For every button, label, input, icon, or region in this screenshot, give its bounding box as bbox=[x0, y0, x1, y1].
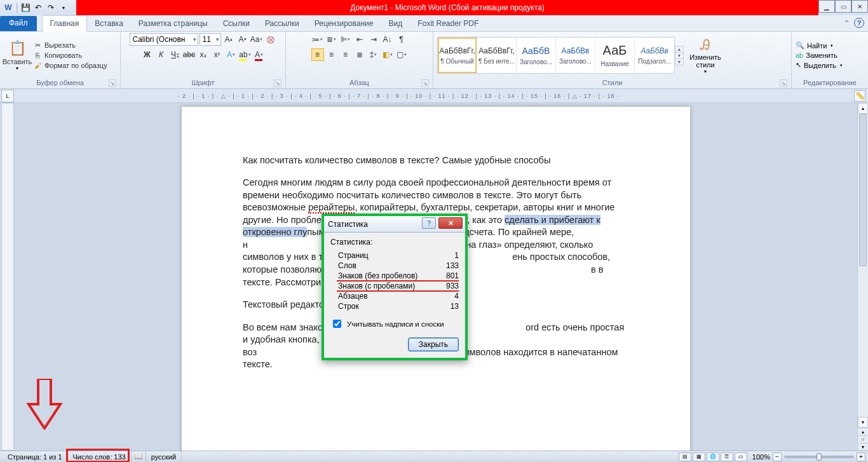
status-page[interactable]: Страница: 1 из 1 bbox=[3, 451, 68, 462]
align-center-button[interactable]: ≡ bbox=[325, 48, 338, 61]
ruler-toggle-icon[interactable]: 📏 bbox=[854, 90, 865, 102]
view-outline-button[interactable]: ☰ bbox=[721, 452, 733, 461]
show-marks-button[interactable]: ¶ bbox=[395, 33, 408, 46]
replace-button[interactable]: abЗаменить bbox=[796, 51, 843, 59]
tab-file[interactable]: Файл bbox=[0, 16, 37, 31]
style-no-spacing[interactable]: АаБбВвГг,¶ Без инте... bbox=[477, 37, 517, 73]
style-heading2[interactable]: АаБбВвЗаголово... bbox=[556, 37, 595, 73]
tab-view[interactable]: Вид bbox=[381, 16, 410, 31]
tab-page-layout[interactable]: Разметка страницы bbox=[131, 16, 215, 31]
stat-row-paragraphs: Абзацев4 bbox=[330, 291, 459, 301]
select-button[interactable]: ↖Выделить▾ bbox=[796, 61, 843, 69]
ribbon-minimize-icon[interactable]: ⌃ bbox=[841, 18, 851, 28]
tab-review[interactable]: Рецензирование bbox=[307, 16, 381, 31]
underline-button[interactable]: Ч▾ bbox=[169, 48, 182, 61]
align-right-button[interactable]: ≡ bbox=[339, 48, 352, 61]
zoom-out-button[interactable]: − bbox=[773, 452, 782, 461]
bold-button[interactable]: Ж bbox=[141, 48, 154, 61]
strikethrough-button[interactable]: abc bbox=[183, 48, 196, 61]
redo-icon[interactable]: ↷ bbox=[45, 2, 57, 13]
change-styles-button[interactable]: Ꭿ Изменить стили ▾ bbox=[688, 37, 723, 74]
sort-button[interactable]: A↓ bbox=[381, 33, 394, 46]
shading-button[interactable]: ◧▾ bbox=[381, 48, 394, 61]
text-effects-button[interactable]: A▾ bbox=[225, 48, 238, 61]
status-word-count[interactable]: Число слов: 133 bbox=[68, 451, 132, 462]
view-print-layout-button[interactable]: ▤ bbox=[679, 452, 691, 461]
clipboard-launcher[interactable]: ↘ bbox=[109, 79, 116, 87]
subscript-button[interactable]: x₂ bbox=[197, 48, 210, 61]
styles-launcher[interactable]: ↘ bbox=[780, 79, 787, 87]
numbering-button[interactable]: ≣▾ bbox=[325, 33, 338, 46]
style-heading1[interactable]: АаБбВЗаголово... bbox=[517, 37, 556, 73]
tab-stop-selector[interactable]: L bbox=[1, 90, 14, 102]
borders-button[interactable]: ▢▾ bbox=[395, 48, 408, 61]
zoom-in-button[interactable]: + bbox=[857, 452, 865, 461]
shrink-font-button[interactable]: A▾ bbox=[236, 33, 249, 46]
find-button[interactable]: 🔍Найти▾ bbox=[796, 41, 843, 50]
save-icon[interactable]: 💾 bbox=[20, 2, 31, 13]
vertical-scrollbar[interactable]: ▴ ▾ ▴○▾ bbox=[857, 103, 868, 451]
style-normal[interactable]: АаБбВвГг,¶ Обычный bbox=[438, 37, 477, 73]
qat-customize-icon[interactable]: ▾ bbox=[58, 2, 69, 13]
checkbox-input[interactable] bbox=[333, 320, 341, 328]
tab-references[interactable]: Ссылки bbox=[215, 16, 257, 31]
view-web-button[interactable]: 🌐 bbox=[707, 452, 719, 461]
vertical-ruler[interactable] bbox=[1, 103, 14, 451]
justify-button[interactable]: ≣ bbox=[353, 48, 366, 61]
statistics-dialog: Статистика ? ✕ Статистика: Страниц1 Слов… bbox=[322, 214, 468, 360]
tab-foxit[interactable]: Foxit Reader PDF bbox=[410, 16, 486, 31]
copy-button[interactable]: ⎘Копировать bbox=[33, 51, 107, 60]
style-subtitle[interactable]: АаБбВвПодзагол... bbox=[635, 37, 674, 73]
bullets-button[interactable]: ≔▾ bbox=[311, 33, 324, 46]
italic-button[interactable]: К bbox=[155, 48, 168, 61]
align-left-button[interactable]: ≡ bbox=[311, 48, 324, 61]
scroll-thumb[interactable] bbox=[859, 114, 867, 266]
maximize-button[interactable]: ▭ bbox=[835, 0, 851, 13]
tab-home[interactable]: Главная bbox=[42, 15, 88, 32]
browse-object-nav[interactable]: ▴○▾ bbox=[858, 428, 868, 451]
zoom-slider-thumb[interactable] bbox=[817, 453, 822, 461]
dialog-titlebar[interactable]: Статистика ? ✕ bbox=[324, 216, 465, 233]
font-size-combo[interactable]: 11 bbox=[200, 33, 221, 46]
word-app-icon: W bbox=[3, 2, 14, 13]
decrease-indent-button[interactable]: ⇤ bbox=[353, 33, 366, 46]
close-window-button[interactable]: ✕ bbox=[851, 0, 868, 13]
tab-insert[interactable]: Вставка bbox=[87, 16, 131, 31]
line-spacing-button[interactable]: ‡▾ bbox=[367, 48, 380, 61]
minimize-button[interactable]: ▁ bbox=[818, 0, 835, 13]
view-draft-button[interactable]: ▭ bbox=[735, 452, 747, 461]
style-gallery[interactable]: АаБбВвГг,¶ Обычный АаБбВвГг,¶ Без инте..… bbox=[437, 37, 675, 74]
paragraph-launcher[interactable]: ↘ bbox=[421, 79, 429, 87]
status-language[interactable]: русский bbox=[146, 451, 182, 462]
scroll-up-arrow[interactable]: ▴ bbox=[858, 103, 868, 114]
cut-button[interactable]: ✂Вырезать bbox=[33, 41, 107, 50]
clear-formatting-button[interactable]: ⨂ bbox=[264, 33, 277, 46]
multilevel-list-button[interactable]: ⊫▾ bbox=[339, 33, 352, 46]
paste-button[interactable]: 📋 Вставить ▾ bbox=[4, 40, 31, 71]
superscript-button[interactable]: x² bbox=[211, 48, 224, 61]
zoom-percent[interactable]: 100% bbox=[752, 453, 770, 461]
font-launcher[interactable]: ↘ bbox=[274, 79, 281, 87]
tab-mailings[interactable]: Рассылки bbox=[257, 16, 307, 31]
dialog-close-ok-button[interactable]: Закрыть bbox=[408, 337, 459, 351]
include-textboxes-checkbox[interactable]: Учитывать надписи и сноски bbox=[330, 318, 459, 330]
font-color-button[interactable]: A▾ bbox=[253, 48, 266, 61]
style-title[interactable]: АаБНазвание bbox=[595, 37, 635, 73]
dialog-help-button[interactable]: ? bbox=[422, 217, 436, 229]
increase-indent-button[interactable]: ⇥ bbox=[367, 33, 380, 46]
format-painter-button[interactable]: 🖌Формат по образцу bbox=[33, 61, 107, 70]
zoom-slider[interactable] bbox=[784, 456, 854, 458]
highlight-button[interactable]: ab▾ bbox=[239, 48, 252, 61]
change-case-button[interactable]: Aa▾ bbox=[250, 33, 263, 46]
undo-icon[interactable]: ↶ bbox=[32, 2, 44, 13]
status-proofing-icon[interactable]: 📖 bbox=[132, 451, 146, 462]
help-icon[interactable]: ? bbox=[854, 18, 864, 28]
scroll-down-arrow[interactable]: ▾ bbox=[858, 417, 868, 428]
horizontal-ruler[interactable]: · 2 · | · 1 · | · △ · | · 1 · | · 2 · | … bbox=[178, 93, 619, 99]
dialog-close-button[interactable]: ✕ bbox=[438, 217, 463, 229]
grow-font-button[interactable]: A▴ bbox=[222, 33, 235, 46]
group-label-font: Шрифт↘ bbox=[125, 78, 281, 88]
style-gallery-scroll[interactable]: ▴▾▾ bbox=[675, 46, 684, 65]
view-fullscreen-button[interactable]: ▦ bbox=[693, 452, 705, 461]
font-name-combo[interactable]: Calibri (Основн bbox=[130, 33, 198, 46]
